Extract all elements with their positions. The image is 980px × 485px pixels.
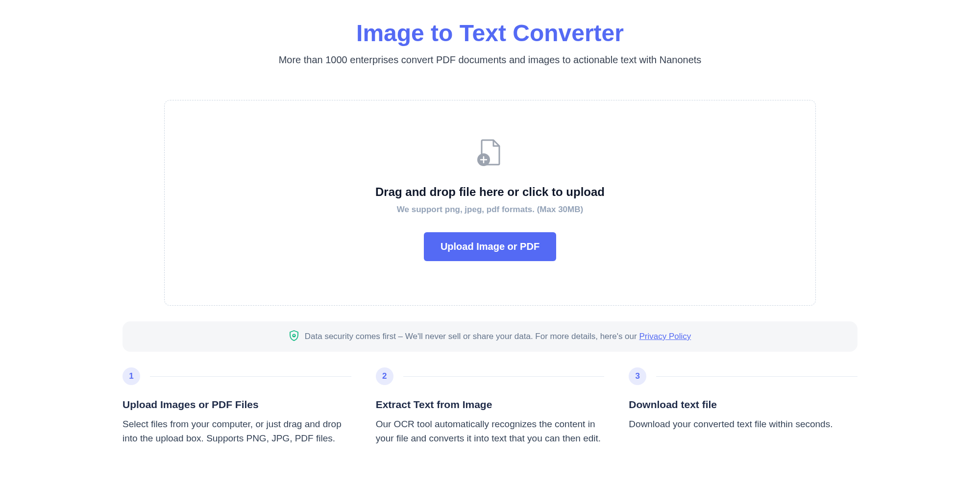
step-divider <box>403 376 605 377</box>
page-title: Image to Text Converter <box>122 20 858 47</box>
step-divider <box>656 376 858 377</box>
shield-icon <box>289 330 299 343</box>
step-number-badge: 3 <box>629 367 646 385</box>
step-description: Our OCR tool automatically recognizes th… <box>376 417 605 445</box>
step-3: 3 Download text file Download your conve… <box>629 367 858 445</box>
upload-dropzone[interactable]: Drag and drop file here or click to uplo… <box>164 100 816 306</box>
svg-rect-2 <box>294 335 294 336</box>
privacy-policy-link[interactable]: Privacy Policy <box>639 332 691 341</box>
upload-heading: Drag and drop file here or click to uplo… <box>184 185 796 199</box>
step-description: Select files from your computer, or just… <box>122 417 351 445</box>
step-title: Upload Images or PDF Files <box>122 399 351 411</box>
step-number-badge: 1 <box>122 367 140 385</box>
step-1: 1 Upload Images or PDF Files Select file… <box>122 367 376 445</box>
security-banner: Data security comes first – We'll never … <box>122 321 858 352</box>
step-2: 2 Extract Text from Image Our OCR tool a… <box>376 367 629 445</box>
upload-button[interactable]: Upload Image or PDF <box>424 232 556 261</box>
step-title: Extract Text from Image <box>376 399 605 411</box>
file-add-icon <box>475 137 505 170</box>
steps-container: 1 Upload Images or PDF Files Select file… <box>122 367 858 445</box>
step-description: Download your converted text file within… <box>629 417 858 432</box>
step-number-badge: 2 <box>376 367 393 385</box>
step-title: Download text file <box>629 399 858 411</box>
page-subtitle: More than 1000 enterprises convert PDF d… <box>122 54 858 66</box>
upload-subtext: We support png, jpeg, pdf formats. (Max … <box>184 205 796 215</box>
security-text: Data security comes first – We'll never … <box>305 332 691 341</box>
step-divider <box>150 376 351 377</box>
